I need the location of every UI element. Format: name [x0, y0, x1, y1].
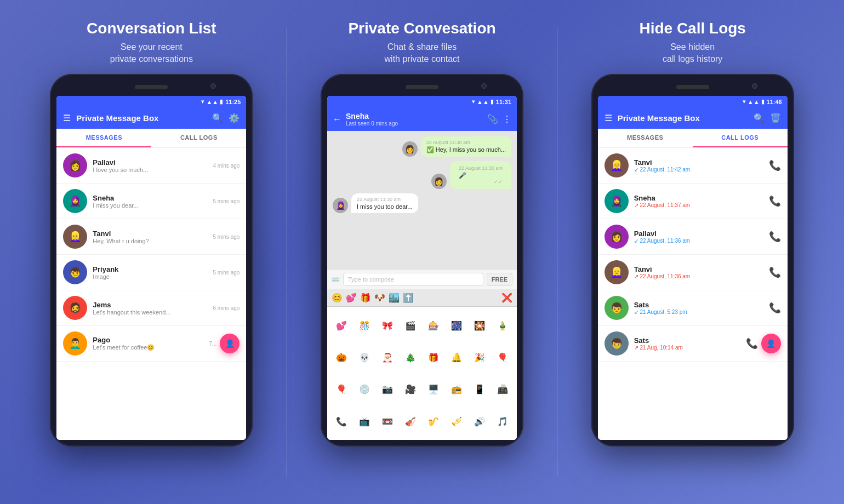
tab-messages-3[interactable]: MESSAGES [598, 129, 693, 147]
conv-preview-jems: Let's hangout this weekend... [93, 309, 207, 316]
emoji-25[interactable]: 📞 [330, 406, 352, 437]
emoji-1[interactable]: 💕 [330, 310, 352, 341]
call-item-tanvi-1[interactable]: 👱‍♀️ Tanvi ↙ 22 August, 11:42 am 📞 [598, 148, 788, 184]
emoji-27[interactable]: 📼 [377, 406, 398, 437]
wifi-icon-3: ▾ [743, 98, 746, 105]
more-icon[interactable]: ⋮ [503, 114, 511, 124]
emoji-30[interactable]: 🎺 [446, 406, 467, 437]
emoji-32[interactable]: 🎵 [492, 406, 514, 437]
compose-input[interactable]: Type to compose [343, 273, 483, 286]
emoji-23[interactable]: 📱 [469, 374, 491, 405]
emoji-22[interactable]: 📻 [446, 374, 467, 405]
tab-messages-1[interactable]: MESSAGES [56, 129, 151, 147]
emoji-24[interactable]: 📠 [492, 374, 514, 405]
call-item-tanvi-2[interactable]: 👱‍♀️ Tanvi ↗ 22 August, 11:36 am 📞 [598, 255, 788, 290]
menu-icon-3[interactable]: ☰ [605, 113, 612, 123]
emoji-18[interactable]: 💿 [353, 374, 375, 405]
chat-contact-name: Sneha [346, 112, 483, 121]
search-icon-3[interactable]: 🔍 [754, 113, 765, 123]
call-info-pallavi: Pallavi ↙ 22 August, 11:36 am [634, 230, 763, 244]
call-time-sats-2: ↗ 21 Aug, 10:14 am [634, 345, 740, 351]
conv-item-sneha[interactable]: 🧕 Sneha I miss you dear... 5 mins ago [56, 184, 246, 219]
add-contact-fab-3[interactable]: 👤 [761, 334, 781, 353]
phone3-status-bar: ▾ ▲▲ ▮ 11:46 [598, 96, 788, 107]
emoji-19[interactable]: 📷 [377, 374, 398, 405]
settings-icon[interactable]: ⚙️ [229, 113, 239, 123]
emoji-grid: 💕 🎊 🎀 🎬 🎰 🎆 🎇 🎍 🎃 💀 🎅 🎄 🎁 🔔 🎉 🎈 [327, 307, 517, 440]
call-info-tanvi-1: Tanvi ↙ 22 August, 11:42 am [634, 158, 763, 173]
call-info-sneha: Sneha ↗ 22 August, 11:37 am [634, 194, 763, 208]
msg-text-1: ✅ Hey, I miss you so much... [426, 146, 506, 153]
emoji-8[interactable]: 🎍 [492, 310, 514, 341]
emoji-tab-4[interactable]: 🐶 [374, 293, 385, 303]
emoji-6[interactable]: 🎆 [446, 310, 467, 341]
add-contact-fab[interactable]: 👤 [220, 334, 239, 353]
emoji-11[interactable]: 🎅 [377, 342, 398, 373]
emoji-29[interactable]: 🎷 [423, 406, 444, 437]
emoji-10[interactable]: 💀 [353, 342, 375, 373]
emoji-17[interactable]: 🎈 [330, 374, 352, 405]
call-item-sats-2[interactable]: 👦 Sats ↗ 21 Aug, 10:14 am 📞 👤 [598, 326, 788, 362]
battery-icon-2: ▮ [491, 98, 494, 105]
emoji-14[interactable]: 🔔 [446, 342, 467, 373]
emoji-close-icon[interactable]: ❌ [501, 293, 512, 303]
call-phone-icon-1[interactable]: 📞 [769, 159, 781, 171]
emoji-21[interactable]: 🖥️ [423, 374, 444, 405]
emoji-3[interactable]: 🎀 [377, 310, 398, 341]
attach-icon[interactable]: 📎 [487, 114, 498, 124]
back-icon[interactable]: ← [333, 114, 341, 124]
conv-item-jems[interactable]: 🧔 Jems Let's hangout this weekend... 6 m… [56, 290, 246, 326]
emoji-13[interactable]: 🎁 [423, 342, 444, 373]
emoji-7[interactable]: 🎇 [469, 310, 491, 341]
emoji-tab-3[interactable]: 🎁 [360, 293, 371, 303]
call-phone-icon-4[interactable]: 📞 [769, 266, 781, 278]
emoji-2[interactable]: 🎊 [353, 310, 375, 341]
call-info-tanvi-2: Tanvi ↗ 22 August, 11:36 am [634, 265, 763, 279]
emoji-5[interactable]: 🎰 [423, 310, 444, 341]
call-item-sneha[interactable]: 🧕 Sneha ↗ 22 August, 11:37 am 📞 [598, 184, 788, 219]
emoji-15[interactable]: 🎉 [469, 342, 491, 373]
emoji-tab-6[interactable]: ⬆️ [403, 293, 414, 303]
emoji-tab-2[interactable]: 💕 [346, 293, 357, 303]
emoji-31[interactable]: 🔊 [469, 406, 491, 437]
conv-name-tanvi: Tanvi [93, 230, 207, 238]
conv-item-pallavi[interactable]: 👩 Pallavi I love you so much... 4 mins a… [56, 148, 246, 184]
call-phone-icon-5[interactable]: 📞 [769, 302, 781, 314]
tab-calllogs-1[interactable]: CALL LOGS [151, 129, 246, 147]
compose-free-btn[interactable]: FREE [487, 273, 512, 286]
emoji-26[interactable]: 📺 [353, 406, 375, 437]
msg-avatar-out-1: 👩 [402, 141, 418, 157]
call-item-sats-1[interactable]: 👦 Sats ↙ 21 August, 5:23 pm 📞 [598, 290, 788, 326]
call-phone-icon-3[interactable]: 📞 [769, 231, 781, 243]
emoji-tab-1[interactable]: 😊 [332, 293, 343, 303]
conv-name-jems: Jems [93, 301, 207, 309]
conv-item-priyank[interactable]: 👦 Priyank Image 5 mins ago [56, 255, 246, 290]
panel1-subtitle: See your recentprivate conversations [110, 41, 193, 66]
tab-calllogs-3[interactable]: CALL LOGS [693, 129, 788, 147]
emoji-20[interactable]: 🎥 [400, 374, 421, 405]
emoji-9[interactable]: 🎃 [330, 342, 352, 373]
msg-row-out-2: 22 August 11:30 am 🎤 ✓✓ 👩 [333, 161, 511, 189]
emoji-16[interactable]: 🎈 [492, 342, 514, 373]
keyboard-icon[interactable]: ⌨️ [332, 276, 340, 283]
panel2-title: Private Convesation [348, 19, 495, 38]
menu-icon[interactable]: ☰ [63, 113, 71, 123]
conv-item-tanvi[interactable]: 👱‍♀️ Tanvi Hey, What r u doing? 5 mins a… [56, 219, 246, 255]
emoji-12[interactable]: 🎄 [400, 342, 421, 373]
search-icon[interactable]: 🔍 [212, 113, 223, 123]
emoji-4[interactable]: 🎬 [400, 310, 421, 341]
delete-icon-3[interactable]: 🗑️ [770, 113, 781, 123]
call-info-sats-2: Sats ↗ 21 Aug, 10:14 am [634, 336, 740, 351]
conversation-list: 👩 Pallavi I love you so much... 4 mins a… [56, 148, 246, 440]
emoji-28[interactable]: 🎻 [400, 406, 421, 437]
battery-icon-3: ▮ [761, 98, 765, 105]
conv-time-pago: 7... [209, 341, 216, 347]
conv-name-sneha: Sneha [93, 194, 207, 202]
emoji-tab-5[interactable]: 🏙️ [389, 293, 400, 303]
chat-contact-status: Last seen 0 mins ago [346, 121, 483, 127]
call-phone-icon-2[interactable]: 📞 [769, 195, 781, 207]
call-item-pallavi[interactable]: 👩 Pallavi ↙ 22 August, 11:36 am 📞 [598, 219, 788, 255]
call-phone-icon-6[interactable]: 📞 [746, 337, 758, 350]
call-name-pallavi: Pallavi [634, 230, 763, 238]
conv-item-pago[interactable]: 👨‍🦱 Pago Let's meet for coffee😊 7... 👤 [56, 326, 246, 362]
